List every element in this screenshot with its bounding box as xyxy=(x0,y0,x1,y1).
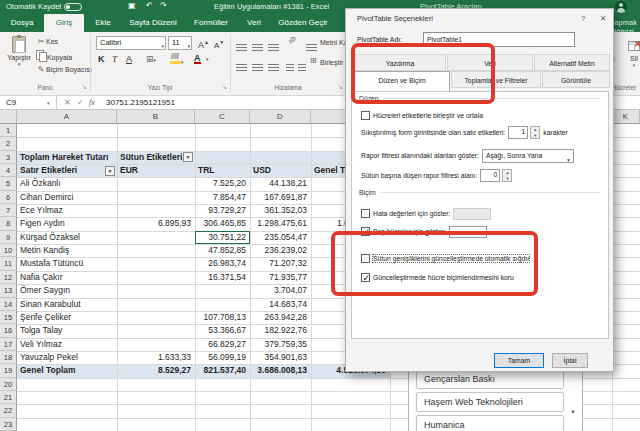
ok-button[interactable]: Tamam xyxy=(494,353,544,368)
pivot-header-cell[interactable]: Sütun Etiketleri xyxy=(120,151,191,164)
pivot-value-trl[interactable]: 26.983,74 xyxy=(198,257,246,270)
row-header-21[interactable]: 21 xyxy=(0,391,17,404)
pivot-grand-total-trl[interactable]: 821.537,40 xyxy=(198,364,246,377)
help-button[interactable]: ? xyxy=(581,14,585,23)
pivot-value-eur[interactable]: 1.633,33 xyxy=(120,351,191,364)
pivot-value-trl[interactable]: 56.099,19 xyxy=(198,351,246,364)
checkbox-merge-center[interactable] xyxy=(361,111,370,120)
pivot-value-trl[interactable]: 306.465,85 xyxy=(198,217,246,230)
pivot-value-usd[interactable]: 71.935,77 xyxy=(253,271,307,284)
pivot-row-label[interactable]: Cihan Demirci xyxy=(20,191,113,204)
row-header-6[interactable]: 6 xyxy=(0,191,17,204)
row-header-20[interactable]: 20 xyxy=(0,378,17,391)
pivot-row-label[interactable]: Figen Aydın xyxy=(20,217,113,230)
row-header-13[interactable]: 13 xyxy=(0,284,17,297)
pivot-value-usd[interactable]: 235.054,47 xyxy=(253,231,307,244)
row-header-11[interactable]: 11 xyxy=(0,257,17,270)
column-header-A[interactable]: A xyxy=(17,110,117,124)
pivot-value-usd[interactable]: 354.901,63 xyxy=(253,351,307,364)
pivot-value-trl[interactable]: 66.829,27 xyxy=(198,338,246,351)
dialog-tab-alternatif-metin[interactable]: Alternatif Metin xyxy=(534,54,610,71)
column-header-K[interactable]: K xyxy=(612,110,640,124)
pivot-row-label[interactable]: Ali Özkanlı xyxy=(20,177,113,190)
row-header-23[interactable]: 23 xyxy=(0,418,17,431)
pivot-grand-total-eur[interactable]: 8.529,27 xyxy=(120,364,191,377)
pivot-header-cell[interactable]: EUR xyxy=(120,164,191,177)
row-header-19[interactable]: 19 xyxy=(0,364,17,377)
pivot-value-usd[interactable]: 182.922,76 xyxy=(253,324,307,337)
pivot-header-cell[interactable]: USD xyxy=(253,164,307,177)
pivot-value-usd[interactable]: 71.207,32 xyxy=(253,257,307,270)
pivot-grand-total-usd[interactable]: 3.686.008,13 xyxy=(253,364,307,377)
pivot-row-label[interactable]: Ece Yılmaz xyxy=(20,204,113,217)
pivot-header-cell[interactable]: Satır Etiketleri xyxy=(20,164,77,177)
row-header-18[interactable]: 18 xyxy=(0,351,17,364)
select-all-corner[interactable] xyxy=(0,110,17,124)
pivot-value-usd[interactable]: 14.683,74 xyxy=(253,298,307,311)
row-header-2[interactable]: 2 xyxy=(0,137,17,150)
column-header-D[interactable]: D xyxy=(250,110,311,124)
pivot-value-usd[interactable]: 236.239,02 xyxy=(253,244,307,257)
scroll-down-icon[interactable]: ▼ xyxy=(570,409,576,415)
slicer-item[interactable]: Haşem Web Teknolojileri xyxy=(416,392,564,412)
pivot-value-trl[interactable]: 53.366,67 xyxy=(198,324,246,337)
pivot-row-label[interactable]: Tolga Talay xyxy=(20,324,113,337)
row-header-4[interactable]: 4 xyxy=(0,164,17,177)
pivot-value-usd[interactable]: 263.942,28 xyxy=(253,311,307,324)
slicer-item[interactable]: Gençarslan Baskı xyxy=(416,369,564,389)
cancel-button[interactable]: İptal xyxy=(552,353,588,368)
row-header-1[interactable]: 1 xyxy=(0,124,17,137)
pivot-row-label[interactable]: Mustafa Tütüncü xyxy=(20,257,113,270)
filter-dropdown-icon[interactable]: ▼ xyxy=(183,152,193,162)
row-header-3[interactable]: 3 xyxy=(0,151,17,164)
checkbox-show-error-values[interactable] xyxy=(361,209,370,218)
dialog-tab-görüntüle[interactable]: Görüntüle xyxy=(542,71,610,88)
row-header-15[interactable]: 15 xyxy=(0,311,17,324)
pivot-value-trl[interactable]: 7.854,47 xyxy=(198,191,246,204)
filter-fields-per-column-input[interactable]: 0 xyxy=(480,169,500,182)
row-header-5[interactable]: 5 xyxy=(0,177,17,190)
pivot-row-label[interactable]: Sinan Karabulut xyxy=(20,298,113,311)
report-filter-order-select[interactable]: Aşağı, Sonra Yana▼ xyxy=(482,149,574,163)
row-header-12[interactable]: 12 xyxy=(0,271,17,284)
row-header-17[interactable]: 17 xyxy=(0,338,17,351)
pivot-value-usd[interactable]: 1.298.475,61 xyxy=(253,217,307,230)
pivot-value-trl[interactable]: 107.708,13 xyxy=(198,311,246,324)
pivot-grand-total-label[interactable]: Genel Toplam xyxy=(20,364,113,377)
row-header-9[interactable]: 9 xyxy=(0,231,17,244)
indent-value-input[interactable]: 1 xyxy=(508,126,528,139)
pivot-value-trl[interactable]: 47.852,85 xyxy=(198,244,246,257)
pivot-value-usd[interactable]: 44.138,21 xyxy=(253,177,307,190)
pivot-row-label[interactable]: Kürşad Özaksel xyxy=(20,231,113,244)
pivot-value-usd[interactable]: 361.352,03 xyxy=(253,204,307,217)
row-header-16[interactable]: 16 xyxy=(0,324,17,337)
slicer-item[interactable]: Humanica xyxy=(416,415,564,431)
pivot-row-label[interactable]: Nafia Çakır xyxy=(20,271,113,284)
pivot-value-usd[interactable]: 379.759,35 xyxy=(253,338,307,351)
pivot-value-usd[interactable]: 167.691,87 xyxy=(253,191,307,204)
pivot-row-label[interactable]: Şerife Çeliker xyxy=(20,311,113,324)
pivot-row-label[interactable]: Ömer Saygın xyxy=(20,284,113,297)
pivot-value-usd[interactable]: 3.704,07 xyxy=(253,284,307,297)
row-header-10[interactable]: 10 xyxy=(0,244,17,257)
close-icon[interactable]: ✕ xyxy=(600,14,606,23)
pivot-value-trl[interactable]: 16.371,54 xyxy=(198,271,246,284)
row-header-8[interactable]: 8 xyxy=(0,217,17,230)
spinner-icon[interactable]: ▲▼ xyxy=(530,126,540,139)
column-header-B[interactable]: B xyxy=(117,110,195,124)
column-header-C[interactable]: C xyxy=(195,110,250,124)
pivot-value-trl[interactable]: 93.729,27 xyxy=(198,204,246,217)
spinner-icon[interactable]: ▲▼ xyxy=(502,169,512,182)
annotation-rect-checkboxes xyxy=(331,231,538,296)
row-header-22[interactable]: 22 xyxy=(0,404,17,417)
row-header-14[interactable]: 14 xyxy=(0,298,17,311)
pivot-row-label[interactable]: Yavuzalp Pekel xyxy=(20,351,113,364)
row-header-7[interactable]: 7 xyxy=(0,204,17,217)
filter-dropdown-icon[interactable]: ▼ xyxy=(105,166,115,176)
pivot-row-label[interactable]: Metin Kandiş xyxy=(20,244,113,257)
pivot-row-label[interactable]: Veli Yılmaz xyxy=(20,338,113,351)
pivot-value-eur[interactable]: 6.895,93 xyxy=(120,217,191,230)
pivot-header-cell[interactable]: TRL xyxy=(198,164,246,177)
pivot-value-trl[interactable]: 7.525,20 xyxy=(198,177,246,190)
pivot-header-cell[interactable]: Toplam Hareket Tutarı xyxy=(20,151,108,164)
